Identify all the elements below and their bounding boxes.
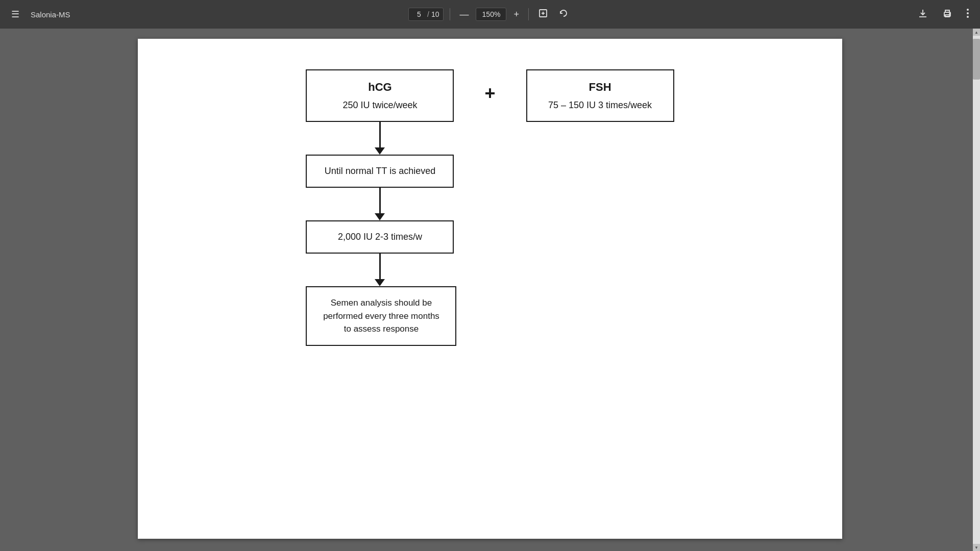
menu-button[interactable]: ☰ — [8, 6, 22, 23]
more-options-button[interactable] — [964, 6, 972, 23]
flowchart: hCG 250 IU twice/week + FSH 75 – 150 IU … — [306, 69, 674, 518]
page-number-input[interactable] — [413, 10, 425, 18]
scrollbar-track: ▲ ▼ — [973, 29, 980, 551]
zoom-increase-button[interactable]: + — [510, 7, 522, 22]
arrow-line-2 — [379, 188, 381, 213]
rotate-button[interactable] — [555, 5, 572, 24]
plus-sign: + — [484, 83, 495, 104]
svg-point-6 — [949, 13, 950, 14]
toolbar: ☰ Salonia-MS / 10 — 150% + — [0, 0, 980, 29]
print-button[interactable] — [939, 5, 955, 24]
page-total: 10 — [431, 10, 439, 18]
hcg-title: hCG — [322, 81, 437, 94]
fsh-content: 75 – 150 IU 3 times/week — [543, 100, 658, 111]
page-navigation: / 10 — [408, 8, 444, 21]
zoom-level-display: 150% — [476, 8, 506, 21]
normal-tt-box: Until normal TT is achieved — [306, 155, 454, 188]
arrow-2 — [306, 188, 454, 220]
arrow-head-3 — [375, 279, 385, 286]
hcg-box: hCG 250 IU twice/week — [306, 69, 454, 122]
svg-point-9 — [967, 16, 969, 18]
toolbar-right — [915, 5, 972, 24]
svg-rect-5 — [945, 15, 949, 17]
toolbar-divider-2 — [528, 8, 529, 20]
toolbar-left: ☰ Salonia-MS — [8, 6, 70, 23]
scrollbar-thumb[interactable] — [973, 39, 980, 80]
document-page: hCG 250 IU twice/week + FSH 75 – 150 IU … — [138, 39, 842, 539]
arrow-line-3 — [379, 254, 381, 279]
document-title: Salonia-MS — [31, 10, 70, 19]
scrollbar-arrow-up[interactable]: ▲ — [973, 29, 980, 36]
toolbar-divider-1 — [450, 8, 450, 20]
svg-point-8 — [967, 12, 969, 14]
scrollbar-arrow-down[interactable]: ▼ — [973, 544, 980, 551]
arrow-head-1 — [375, 147, 385, 155]
download-button[interactable] — [915, 5, 931, 24]
fit-page-button[interactable] — [535, 5, 551, 24]
normal-tt-content: Until normal TT is achieved — [322, 166, 437, 177]
arrow-head-2 — [375, 213, 385, 220]
semen-content: Semen analysis should be performed every… — [319, 296, 443, 336]
hcg-content: 250 IU twice/week — [322, 100, 437, 111]
dosage-content: 2,000 IU 2-3 times/w — [322, 232, 437, 242]
page-separator: / — [427, 10, 429, 18]
arrow-3 — [306, 254, 454, 286]
fsh-title: FSH — [543, 81, 658, 94]
fsh-box: FSH 75 – 150 IU 3 times/week — [526, 69, 674, 122]
arrow-1 — [306, 122, 454, 155]
toolbar-center: / 10 — 150% + — [408, 5, 572, 24]
zoom-decrease-button[interactable]: — — [456, 7, 472, 22]
semen-box: Semen analysis should be performed every… — [306, 286, 456, 346]
main-content: hCG 250 IU twice/week + FSH 75 – 150 IU … — [0, 29, 980, 551]
dosage-box: 2,000 IU 2-3 times/w — [306, 220, 454, 254]
top-row: hCG 250 IU twice/week + FSH 75 – 150 IU … — [306, 69, 674, 122]
svg-point-7 — [967, 9, 969, 11]
arrow-line-1 — [379, 122, 381, 147]
